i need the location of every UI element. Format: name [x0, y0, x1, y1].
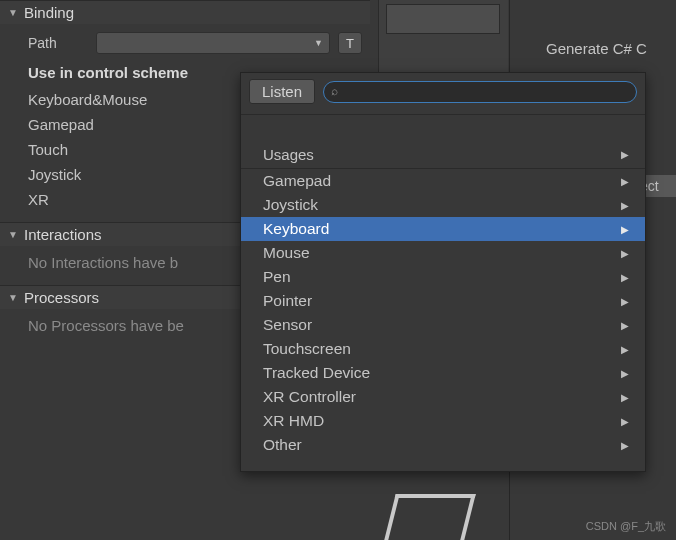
binding-section-header[interactable]: ▼ Binding: [0, 0, 370, 24]
chevron-down-icon: ▼: [314, 38, 323, 48]
item-label: Gamepad: [263, 172, 331, 190]
device-category-item[interactable]: Pen▶: [241, 265, 645, 289]
item-label: Joystick: [263, 196, 318, 214]
text-mode-button[interactable]: T: [338, 32, 362, 54]
foldout-icon: ▼: [8, 7, 20, 18]
device-category-item[interactable]: Mouse▶: [241, 241, 645, 265]
device-category-item[interactable]: Gamepad▶: [241, 169, 645, 193]
middle-panel-box: [386, 4, 500, 34]
item-label: Sensor: [263, 316, 312, 334]
chevron-right-icon: ▶: [621, 296, 629, 307]
background-shape: [384, 494, 475, 540]
device-category-item[interactable]: Tracked Device▶: [241, 361, 645, 385]
item-label: Pointer: [263, 292, 312, 310]
path-row: Path ▼ T: [0, 28, 370, 58]
device-category-item[interactable]: Keyboard▶: [241, 217, 645, 241]
binding-label: Binding: [24, 4, 74, 21]
chevron-right-icon: ▶: [621, 149, 629, 160]
chevron-right-icon: ▶: [621, 200, 629, 211]
device-category-item[interactable]: Touchscreen▶: [241, 337, 645, 361]
path-picker-popup: Listen ⌕ Usages ▶ Gamepad▶Joystick▶Keybo…: [240, 72, 646, 472]
path-dropdown[interactable]: ▼: [96, 32, 330, 54]
item-label: Other: [263, 436, 302, 454]
chevron-right-icon: ▶: [621, 272, 629, 283]
item-label: XR HMD: [263, 412, 324, 430]
interactions-label: Interactions: [24, 226, 102, 243]
generate-csharp-label: Generate C# C: [546, 40, 647, 57]
watermark: CSDN @F_九歌: [586, 519, 666, 534]
foldout-icon: ▼: [8, 292, 20, 303]
usages-item[interactable]: Usages ▶: [241, 141, 645, 169]
item-label: Touchscreen: [263, 340, 351, 358]
chevron-right-icon: ▶: [621, 368, 629, 379]
item-label: Pen: [263, 268, 291, 286]
chevron-right-icon: ▶: [621, 392, 629, 403]
chevron-right-icon: ▶: [621, 344, 629, 355]
popup-toolbar: Listen ⌕: [241, 73, 645, 114]
item-label: XR Controller: [263, 388, 356, 406]
listen-button[interactable]: Listen: [249, 79, 315, 104]
device-category-item[interactable]: Other▶: [241, 433, 645, 457]
path-label: Path: [28, 35, 88, 51]
processors-label: Processors: [24, 289, 99, 306]
device-category-item[interactable]: Pointer▶: [241, 289, 645, 313]
chevron-right-icon: ▶: [621, 440, 629, 451]
device-category-item[interactable]: XR HMD▶: [241, 409, 645, 433]
device-category-item[interactable]: Joystick▶: [241, 193, 645, 217]
device-category-item[interactable]: XR Controller▶: [241, 385, 645, 409]
item-label: Mouse: [263, 244, 310, 262]
chevron-right-icon: ▶: [621, 176, 629, 187]
device-category-item[interactable]: Sensor▶: [241, 313, 645, 337]
search-input[interactable]: [323, 81, 637, 103]
search-icon: ⌕: [331, 84, 338, 98]
chevron-right-icon: ▶: [621, 320, 629, 331]
foldout-icon: ▼: [8, 229, 20, 240]
chevron-right-icon: ▶: [621, 248, 629, 259]
item-label: Keyboard: [263, 220, 329, 238]
item-label: Tracked Device: [263, 364, 370, 382]
chevron-right-icon: ▶: [621, 416, 629, 427]
search-wrap: ⌕: [323, 81, 637, 103]
chevron-right-icon: ▶: [621, 224, 629, 235]
